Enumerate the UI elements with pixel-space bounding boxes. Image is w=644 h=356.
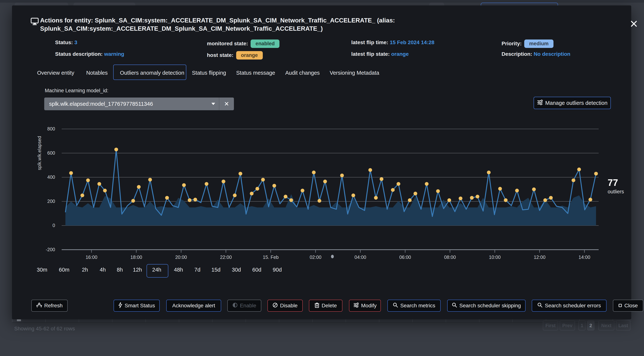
recycle-icon xyxy=(36,302,42,309)
modify-button[interactable]: Modify xyxy=(349,300,381,312)
refresh-button[interactable]: Refresh xyxy=(31,300,68,312)
x-tick-label: 10:00 xyxy=(482,255,508,260)
delete-button[interactable]: Delete xyxy=(309,300,342,312)
acknowledge-alert-button[interactable]: Acknowledge alert xyxy=(166,300,221,312)
background-top-strip xyxy=(0,0,644,2)
x-tick-label: 15. Feb xyxy=(258,255,284,260)
x-tick-label: 08:00 xyxy=(437,255,463,260)
smart-status-label: Smart Status xyxy=(125,303,155,309)
background-button-remnant xyxy=(14,2,68,5)
disable-button[interactable]: Disable xyxy=(268,300,303,312)
x-tick-label: 02:00 xyxy=(302,255,329,260)
x-tick-label: 20:00 xyxy=(168,255,194,260)
outlier-count-label: outliers xyxy=(608,189,644,195)
x-tick-label: 12:00 xyxy=(526,255,553,260)
x-tick-label: 04:00 xyxy=(347,255,374,260)
range-48h[interactable]: 48h xyxy=(174,267,183,273)
range-30d[interactable]: 30d xyxy=(232,267,241,273)
range-90d[interactable]: 90d xyxy=(273,267,282,273)
acknowledge-alert-label: Acknowledge alert xyxy=(172,303,215,309)
enable-label: Enable xyxy=(240,303,256,309)
range-60m[interactable]: 60m xyxy=(59,267,69,273)
smart-status-button[interactable]: Smart Status xyxy=(114,300,160,312)
outlier-count: 77 xyxy=(608,177,644,188)
sliders-icon xyxy=(353,303,359,309)
slashed-circle-icon xyxy=(272,303,278,309)
half-circle-toggle-icon xyxy=(232,303,238,309)
background-button-remnant xyxy=(74,2,135,5)
close-label: Close xyxy=(624,303,638,309)
y-tick-label: 800 xyxy=(38,126,55,132)
range-2h[interactable]: 2h xyxy=(82,267,88,273)
lightning-icon xyxy=(118,302,122,309)
range-15d[interactable]: 15d xyxy=(212,267,220,273)
range-8h[interactable]: 8h xyxy=(117,267,123,273)
trash-icon xyxy=(314,302,320,309)
x-tick-label: 16:00 xyxy=(78,255,104,260)
range-7d[interactable]: 7d xyxy=(194,267,200,273)
range-60d[interactable]: 60d xyxy=(252,267,261,273)
page-root: Showing 45-62 of 62 rows First Prev 1 2 … xyxy=(0,0,644,356)
x-tick-label: 06:00 xyxy=(392,255,418,260)
magnifier-icon xyxy=(452,303,457,309)
square-icon xyxy=(618,303,622,309)
enable-button[interactable]: Enable xyxy=(227,300,261,312)
y-tick-label: 0 xyxy=(38,223,55,228)
x-tick-label: 22:00 xyxy=(213,255,239,260)
x-tick-label: 14:00 xyxy=(571,255,598,260)
outlier-count-summary: 77 outliers xyxy=(608,177,644,195)
search-scheduler-errors-label: Search scheduler errors xyxy=(545,303,601,309)
y-tick-label: 600 xyxy=(38,150,55,156)
refresh-label: Refresh xyxy=(44,303,62,309)
search-scheduler-skipping-label: Search scheduler skipping xyxy=(460,303,521,309)
search-scheduler-errors-button[interactable]: Search scheduler errors xyxy=(532,300,606,312)
search-metrics-label: Search metrics xyxy=(400,303,436,309)
disable-label: Disable xyxy=(280,303,298,309)
background-button-remnant xyxy=(429,2,444,5)
range-4h[interactable]: 4h xyxy=(100,267,106,273)
entity-actions-modal: Actions for entity: Splunk_SA_CIM:system… xyxy=(12,5,631,319)
search-scheduler-skipping-button[interactable]: Search scheduler skipping xyxy=(447,300,526,312)
modify-label: Modify xyxy=(361,303,376,309)
timeline-slider-handle[interactable] xyxy=(331,255,334,258)
range-12h[interactable]: 12h xyxy=(133,267,142,273)
magnifier-icon xyxy=(537,303,542,309)
close-button[interactable]: Close xyxy=(613,300,643,312)
search-metrics-button[interactable]: Search metrics xyxy=(388,300,441,312)
range-30m[interactable]: 30m xyxy=(37,267,47,273)
y-tick-label: -200 xyxy=(38,247,55,252)
y-tick-label: 400 xyxy=(38,175,55,180)
y-tick-label: 200 xyxy=(38,198,55,204)
x-tick-label: 18:00 xyxy=(123,255,150,260)
range-24h[interactable]: 24h xyxy=(152,267,161,273)
magnifier-icon xyxy=(393,303,398,309)
delete-label: Delete xyxy=(322,303,337,309)
